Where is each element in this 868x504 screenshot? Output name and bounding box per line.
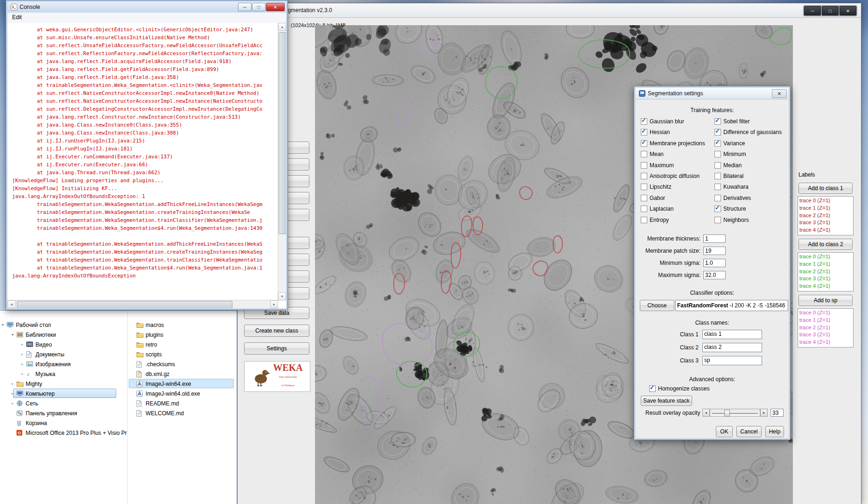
checkbox[interactable] (641, 184, 647, 190)
add-to-class-button-0[interactable]: Add to class 1 (798, 183, 853, 194)
minimize-button[interactable]: ─ (804, 6, 821, 15)
scroll-right-arrow[interactable]: ▸ (270, 300, 278, 308)
vertical-scroll-thumb[interactable] (279, 32, 286, 234)
feature-lipschitz[interactable]: Lipschitz (641, 184, 672, 190)
checkbox[interactable] (714, 162, 721, 169)
settings-button[interactable]: Settings (244, 342, 309, 355)
checkbox[interactable] (641, 118, 647, 125)
trace-list-item[interactable]: trace 2 (Z=1) (799, 268, 852, 276)
explorer-file-item[interactable]: macros (128, 320, 237, 330)
trace-list-item[interactable]: trace 4 (Z=1) (799, 339, 852, 346)
maximize-button[interactable]: □ (822, 6, 839, 15)
checkbox[interactable] (641, 217, 647, 223)
vertical-scrollbar[interactable]: ▴ ▾ (278, 23, 286, 300)
explorer-file-item[interactable]: ImageJ-win64.old.exe (128, 389, 237, 398)
tree-expand-arrow-icon[interactable]: ▸ (10, 401, 15, 405)
feature-sobel-filter[interactable]: Sobel filter (714, 118, 750, 125)
explorer-file-item[interactable]: README.md (128, 398, 237, 408)
trace-list-item[interactable]: trace 0 (Z=1) (799, 197, 852, 205)
checkbox[interactable] (714, 140, 721, 147)
checkbox[interactable] (714, 118, 721, 125)
feature-structure[interactable]: Structure (714, 206, 746, 212)
tree-expand-arrow-icon[interactable]: ▸ (20, 362, 25, 366)
trace-list-2[interactable]: trace 0 (Z=1)trace 1 (Z=1)trace 2 (Z=1)t… (798, 308, 854, 348)
tree-expand-arrow-icon[interactable]: ▾ (0, 323, 5, 327)
explorer-tree-item[interactable]: Корзина (0, 418, 127, 428)
checkbox[interactable] (641, 173, 647, 179)
explorer-tree-item[interactable]: ▸♪Музыка (0, 369, 127, 379)
explorer-file-item[interactable]: scripts (128, 349, 237, 359)
feature-hessian[interactable]: Hessian (641, 129, 670, 135)
tree-expand-arrow-icon[interactable]: ▸ (10, 391, 15, 396)
explorer-file-item[interactable]: db.xml.gz (128, 369, 237, 379)
feature-gabor[interactable]: Gabor (641, 195, 665, 201)
feature-entropy[interactable]: Entropy (641, 217, 669, 223)
trace-list-item[interactable]: trace 3 (Z=1) (799, 275, 852, 283)
feature-bilateral[interactable]: Bilateral (714, 173, 743, 179)
trace-list-item[interactable]: trace 3 (Z=1) (799, 219, 852, 227)
dialog-close-button[interactable]: ✕ (772, 89, 787, 98)
explorer-file-item[interactable]: plugins (128, 330, 237, 340)
checkbox[interactable] (641, 140, 647, 147)
explorer-tree-item[interactable]: ▾Библиотеки (0, 330, 127, 340)
console-log-area[interactable]: at weka.gui.GenericObjectEditor.<clinit>… (7, 23, 286, 308)
explorer-file-item[interactable]: ImageJ-win64.exe (128, 379, 237, 389)
feature-variance[interactable]: Variance (714, 140, 745, 147)
class-name-input-2[interactable]: class 2 (702, 343, 762, 352)
checkbox[interactable] (641, 206, 647, 212)
weka-titlebar[interactable]: Trainable Weka Segmentation v2.3.0 ─ □ ✕ (238, 3, 861, 18)
feature-difference-of-gaussians[interactable]: Difference of gaussians (714, 129, 782, 135)
trace-list-item[interactable]: trace 4 (Z=1) (799, 227, 852, 234)
explorer-tree-item[interactable]: ▸Видео (0, 340, 127, 349)
class-name-input-1[interactable]: class 1 (702, 330, 762, 339)
checkbox[interactable] (641, 162, 647, 169)
feature-derivatives[interactable]: Derivatives (714, 195, 751, 201)
feature-anisotropic-diffusion[interactable]: Anisotropic diffusion (641, 173, 700, 179)
explorer-tree-item[interactable]: OMicrosoft Office 2013 Pro Plus + Visio … (0, 428, 127, 438)
cancel-button[interactable]: Cancel (736, 426, 762, 437)
horizontal-scrollbar[interactable]: ◂ ▸ (7, 300, 278, 308)
checkbox[interactable] (714, 173, 721, 179)
explorer-tree-item[interactable]: ▸Компьютер (0, 389, 127, 398)
explorer-file-item[interactable]: .checksums (128, 359, 237, 369)
trace-list-item[interactable]: trace 1 (Z=1) (799, 205, 852, 212)
trace-list-item[interactable]: trace 1 (Z=1) (799, 261, 852, 268)
slider-thumb[interactable] (724, 410, 730, 417)
explorer-tree-item[interactable]: ▾Рабочий стол (0, 320, 127, 330)
checkbox[interactable] (649, 385, 656, 392)
trace-list-item[interactable]: trace 1 (Z=1) (799, 317, 852, 324)
trace-list-0[interactable]: trace 0 (Z=1)trace 1 (Z=1)trace 2 (Z=1)t… (798, 196, 854, 235)
explorer-file-item[interactable]: WELCOME.md (128, 408, 237, 418)
explorer-file-item[interactable]: retro (128, 340, 237, 349)
homogenize-classes-checkbox[interactable]: Homogenize classes (649, 385, 710, 392)
explorer-tree-item[interactable]: ▸Документы (0, 349, 127, 359)
scroll-down-arrow[interactable]: ▾ (278, 292, 286, 300)
field-input-membrane-patch-size-[interactable]: 19 (703, 247, 726, 255)
choose-classifier-button[interactable]: Choose (640, 300, 674, 311)
minimize-button[interactable]: ─ (238, 3, 252, 11)
explorer-tree-item[interactable]: ▸Изображения (0, 359, 127, 369)
feature-neighbors[interactable]: Neighbors (714, 217, 749, 223)
feature-median[interactable]: Median (714, 162, 742, 169)
field-input-membrane-thickness-[interactable]: 1 (703, 234, 726, 243)
settings-dialog-titlebar[interactable]: Segmentation settings ✕ (636, 88, 789, 99)
feature-minimum[interactable]: Minimum (714, 151, 746, 157)
trace-list-item[interactable]: trace 3 (Z=1) (799, 331, 852, 339)
field-input-minimum-sigma-[interactable]: 1.0 (703, 259, 726, 267)
class-name-input-3[interactable]: sp (702, 356, 762, 365)
help-button[interactable]: Help (765, 426, 784, 437)
trace-list-item[interactable]: trace 0 (Z=1) (799, 253, 852, 261)
checkbox[interactable] (714, 184, 721, 190)
maximize-button[interactable]: □ (252, 3, 266, 11)
console-titlebar[interactable]: Console ─ □ ✕ (7, 2, 286, 13)
trace-list-item[interactable]: trace 2 (Z=1) (799, 212, 852, 220)
opacity-value-field[interactable]: 33 (770, 409, 784, 417)
scroll-up-arrow[interactable]: ▴ (278, 23, 286, 31)
tree-expand-arrow-icon[interactable]: ▸ (10, 382, 15, 386)
create-new-class-button[interactable]: Create new class (244, 325, 309, 337)
close-button[interactable]: ✕ (840, 6, 856, 15)
horizontal-scroll-thumb[interactable] (17, 301, 232, 308)
tree-expand-arrow-icon[interactable]: ▸ (20, 372, 25, 376)
explorer-tree-item[interactable]: ▸Сеть (0, 398, 127, 408)
checkbox[interactable] (714, 195, 721, 201)
